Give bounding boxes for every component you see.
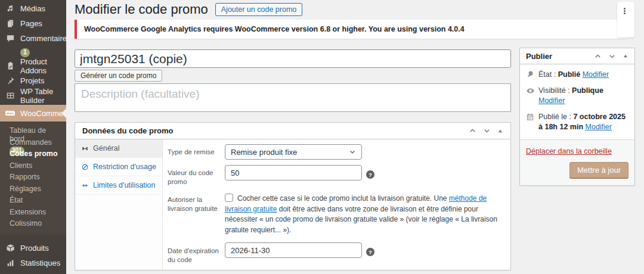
free-shipping-description: Cocher cette case si le code promo inclu…	[225, 192, 507, 235]
visibility-value: Publique	[572, 86, 603, 95]
expiry-date-label: Date d'expiration du code	[163, 242, 225, 264]
sidebar-item-produits[interactable]: Produits	[0, 241, 66, 256]
status-row: État : Publié Modifier	[526, 70, 628, 80]
published-date-row: Publié le : 7 octobre 2025 à 18h 12 min …	[526, 112, 628, 132]
sidebar-item-statistiques[interactable]: Statistiques	[0, 256, 66, 270]
stats-icon	[5, 259, 16, 267]
media-icon	[5, 4, 16, 13]
coupon-fields-panel: Type de remise Remise produit fixe Valeu…	[163, 139, 510, 270]
tab-usage-limits[interactable]: Limites d'utilisation	[75, 176, 162, 195]
generate-coupon-button[interactable]: Générer un code promo	[75, 70, 162, 82]
sidebar-item-label: WP Table Builder	[20, 87, 63, 105]
description-textarea[interactable]	[75, 83, 511, 112]
publish-body: État : Publié Modifier Visibilité : Publ…	[520, 64, 634, 139]
sidebar-item-pages[interactable]: Pages	[0, 16, 66, 31]
sidebar-item-label: Produits	[20, 244, 49, 253]
edit-published-link[interactable]: Modifier	[586, 123, 612, 131]
tab-usage-restriction[interactable]: Restriction d'usage	[75, 158, 162, 176]
sidebar-item-label: Médias	[20, 4, 45, 13]
expiry-date-row: Date d'expiration du code ?	[163, 242, 510, 264]
status-label: État :	[538, 70, 556, 79]
expiry-date-input[interactable]	[225, 242, 362, 258]
sidebar-item-commentaires[interactable]: Commentaires	[0, 31, 66, 46]
sidebar-item-label: Product Addons	[20, 57, 63, 75]
coupon-code-input[interactable]	[75, 49, 511, 68]
general-tab-icon	[81, 145, 89, 152]
coupon-amount-input[interactable]	[225, 165, 362, 180]
sidebar-item-projets[interactable]: Projets	[0, 73, 66, 88]
sidebar-item-wp-table-builder[interactable]: WP Table Builder	[0, 88, 66, 103]
submenu-colissimo[interactable]: Colissimo	[0, 218, 66, 230]
submenu-commandes[interactable]: Commandes 301	[0, 137, 66, 149]
edit-visibility-link[interactable]: Modifier	[538, 96, 565, 105]
discount-type-select[interactable]: Remise produit fixe	[225, 144, 362, 160]
table-icon	[5, 91, 16, 100]
page-title: Modifier le code promo	[75, 1, 208, 18]
publish-footer: Déplacer dans la corbeille Mettre à jour	[520, 139, 634, 185]
submenu-codes-promo[interactable]: Codes promo	[0, 148, 66, 160]
calendar-icon	[526, 113, 535, 121]
submenu-etat[interactable]: État	[0, 195, 66, 207]
move-to-trash-link[interactable]: Déplacer dans la corbeille	[526, 147, 612, 155]
visibility-row: Visibilité : Publique Modifier	[526, 86, 628, 106]
publish-header: Publier	[520, 48, 634, 64]
coupon-amount-label: Valeur du code promo	[163, 165, 225, 186]
help-tip-icon[interactable]: ?	[366, 248, 374, 256]
sidebar-item-label: Commentaires	[20, 34, 71, 43]
coupon-data-header: Données du code promo	[75, 123, 510, 139]
coupon-amount-row: Valeur du code promo ?	[163, 165, 510, 186]
admin-page: Médias Pages Commentaires 1 Product Addo…	[0, 0, 644, 274]
products-icon	[5, 244, 16, 253]
publish-title: Publier	[526, 52, 552, 61]
woocommerce-submenu: Tableau de bord Commandes 301 Codes prom…	[0, 122, 66, 235]
admin-sidebar: Médias Pages Commentaires 1 Product Addo…	[0, 0, 66, 274]
free-shipping-label: Autoriser la livraison gratuite	[163, 192, 225, 213]
restriction-icon	[81, 163, 89, 171]
edit-status-link[interactable]: Modifier	[583, 70, 609, 79]
free-shipping-checkbox[interactable]	[225, 194, 233, 202]
limits-icon	[81, 182, 89, 189]
sidebar-item-medias[interactable]: Médias	[0, 1, 66, 16]
coupon-data-metabox: Données du code promo	[75, 122, 511, 270]
free-shipping-row: Autoriser la livraison gratuite Cocher c…	[163, 192, 510, 235]
submenu-rapports[interactable]: Rapports	[0, 172, 66, 183]
sidebar-item-label: Pages	[20, 19, 42, 28]
pin-icon	[526, 70, 535, 79]
submenu-reglages[interactable]: Réglages	[0, 183, 66, 195]
product-addons-icon	[5, 61, 16, 70]
submenu-clients[interactable]: Clients	[0, 160, 66, 172]
submenu-tableau-de-bord[interactable]: Tableau de bord	[0, 125, 66, 137]
update-button[interactable]: Mettre à jour	[569, 162, 628, 178]
move-down-icon[interactable]	[483, 127, 491, 135]
discount-type-label: Type de remise	[163, 144, 225, 157]
sidebar-item-seedprod[interactable]: SeedProd	[0, 270, 66, 274]
sidebar-item-product-addons[interactable]: Product Addons	[0, 58, 66, 73]
main-column: Générer un code promo Données du code pr…	[75, 49, 511, 270]
sidebar-item-label: Projets	[20, 76, 44, 85]
comments-count-badge: 1	[20, 48, 30, 57]
move-up-icon[interactable]	[469, 127, 476, 135]
coupon-data-title: Données du code promo	[82, 126, 173, 135]
sidebar-item-woocommerce[interactable]: woo WooCommerce	[0, 105, 66, 122]
ellipsis-icon	[624, 7, 626, 15]
add-coupon-button[interactable]: Ajouter un code promo	[215, 3, 302, 16]
chevron-down-icon	[349, 148, 356, 155]
move-down-icon[interactable]	[608, 52, 616, 60]
sidebar-item-label: Statistiques	[20, 259, 60, 267]
notice-text: WooCommerce Google Analytics requires Wo…	[84, 25, 465, 33]
help-tip-icon[interactable]: ?	[366, 170, 374, 179]
woocommerce-icon: woo	[5, 111, 16, 116]
tab-general[interactable]: Général	[75, 139, 162, 158]
coupon-tabs: Général Restriction d'usage Limites d'ut…	[75, 139, 163, 270]
submenu-extensions[interactable]: Extensions	[0, 207, 66, 219]
discount-type-row: Type de remise Remise produit fixe	[163, 144, 510, 160]
toggle-panel-icon[interactable]	[497, 128, 503, 134]
content-area: Modifier le code promo Ajouter un code p…	[66, 0, 644, 274]
move-up-icon[interactable]	[594, 52, 602, 60]
pages-icon	[5, 19, 16, 28]
published-label: Publié le :	[538, 113, 571, 121]
status-value: Publié	[558, 70, 581, 79]
cutoff-panel[interactable]	[617, 2, 634, 38]
toggle-panel-icon[interactable]	[623, 53, 628, 59]
publish-metabox: Publier État : Publié Modif	[519, 48, 635, 186]
